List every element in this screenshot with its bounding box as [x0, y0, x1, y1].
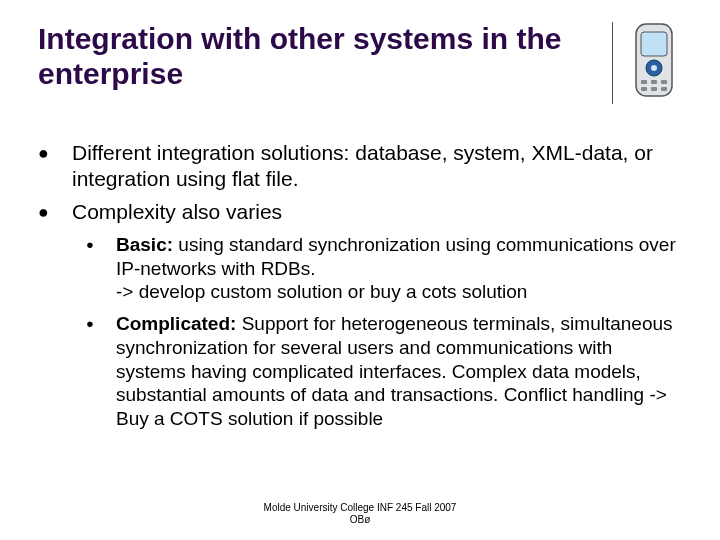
sub-bullet-body: using standard synchronization using com… [116, 234, 676, 303]
mobile-phone-icon [626, 22, 682, 100]
svg-rect-9 [661, 87, 667, 91]
svg-rect-8 [651, 87, 657, 91]
slide: Integration with other systems in the en… [0, 0, 720, 540]
bullet-item: ● Complexity also varies [38, 199, 682, 225]
bullet-dot-icon: ● [38, 199, 72, 225]
sub-bullet-list: ● Basic: using standard synchronization … [38, 233, 682, 431]
sub-bullet-item: ● Basic: using standard synchronization … [86, 233, 682, 304]
sub-bullet-item: ● Complicated: Support for heterogeneous… [86, 312, 682, 431]
bullet-text: Different integration solutions: databas… [72, 140, 682, 193]
phone-image-wrapper [612, 22, 682, 104]
svg-rect-7 [641, 87, 647, 91]
svg-rect-1 [641, 32, 667, 56]
sub-bullet-text: Basic: using standard synchronization us… [116, 233, 682, 304]
svg-rect-5 [651, 80, 657, 84]
bullet-dot-icon: ● [38, 140, 72, 193]
svg-rect-6 [661, 80, 667, 84]
svg-point-3 [651, 65, 657, 71]
sub-bullet-label: Complicated: [116, 313, 236, 334]
sub-bullet-text: Complicated: Support for heterogeneous t… [116, 312, 682, 431]
footer-line-1: Molde University College INF 245 Fall 20… [0, 502, 720, 514]
slide-title: Integration with other systems in the en… [38, 22, 612, 91]
svg-rect-4 [641, 80, 647, 84]
title-row: Integration with other systems in the en… [38, 22, 682, 104]
bullet-dot-icon: ● [86, 312, 116, 431]
bullet-item: ● Different integration solutions: datab… [38, 140, 682, 193]
sub-bullet-label: Basic: [116, 234, 173, 255]
slide-footer: Molde University College INF 245 Fall 20… [0, 502, 720, 526]
footer-line-2: OBø [0, 514, 720, 526]
bullet-text: Complexity also varies [72, 199, 682, 225]
bullet-dot-icon: ● [86, 233, 116, 304]
body-content: ● Different integration solutions: datab… [38, 140, 682, 431]
